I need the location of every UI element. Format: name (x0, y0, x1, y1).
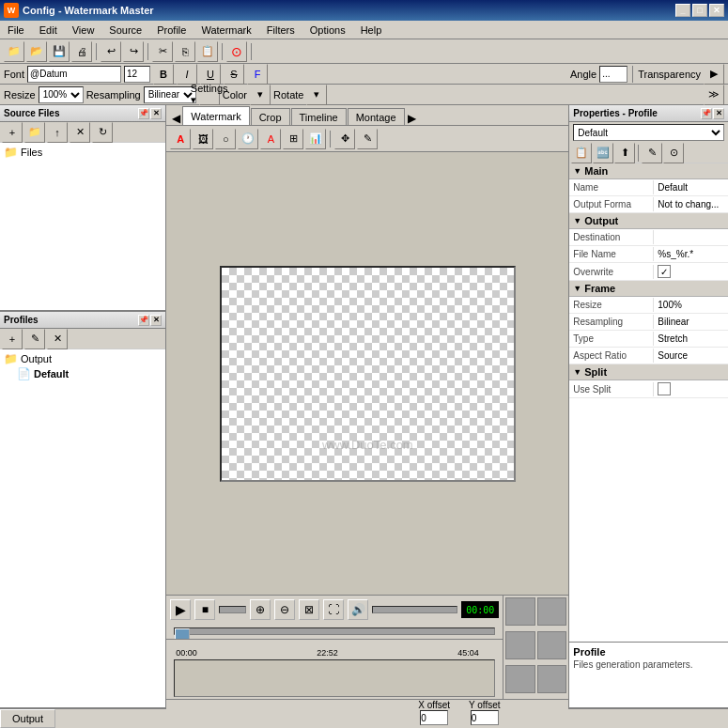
wm-circle-button[interactable]: ○ (215, 129, 236, 149)
font-color-button[interactable]: F (247, 64, 268, 85)
source-pin-button[interactable]: 📌 (138, 108, 149, 119)
tab-next-arrow[interactable]: ▶ (406, 112, 418, 125)
play-button[interactable]: ▶ (170, 599, 191, 620)
tb-paste[interactable]: 📋 (197, 41, 218, 62)
profiles-add-button[interactable]: + (2, 329, 23, 349)
profiles-edit-button[interactable]: ✎ (24, 329, 45, 349)
tb-save[interactable]: 💾 (49, 41, 70, 62)
timeline-scrubber[interactable] (174, 627, 495, 635)
bold-button[interactable]: B (153, 64, 174, 85)
source-folder-button[interactable]: 📁 (24, 122, 45, 143)
x-offset-input[interactable] (420, 710, 448, 725)
profile-output-item[interactable]: 📁 Output (2, 351, 163, 366)
tb-new[interactable]: 📁 (4, 41, 24, 62)
source-up-button[interactable]: ↑ (47, 122, 68, 143)
group-frame[interactable]: ▼ Frame (569, 281, 728, 297)
volume-slider[interactable] (372, 606, 457, 613)
tb-stop[interactable]: ⊙ (226, 41, 247, 62)
minimize-button[interactable]: _ (675, 4, 690, 17)
wm-redA-button[interactable]: A (260, 129, 281, 149)
tb-cut[interactable]: ✂ (152, 41, 173, 62)
tab-watermark[interactable]: Watermark (182, 106, 249, 125)
props-tb-3[interactable]: ⬆ (614, 143, 635, 163)
props-title: Properties - Profile (573, 108, 657, 118)
props-pin-button[interactable]: 📌 (701, 108, 712, 119)
overwrite-checkbox[interactable]: ✓ (658, 265, 671, 278)
close-button[interactable]: ✕ (709, 4, 724, 17)
output-tab[interactable]: Output (0, 709, 55, 728)
expand-right[interactable]: ≫ (704, 85, 724, 105)
zoom-out-button[interactable]: ⊖ (274, 599, 295, 620)
props-profile-select[interactable]: Default (573, 124, 724, 141)
tb-open[interactable]: 📂 (26, 41, 47, 62)
menu-edit[interactable]: Edit (32, 23, 65, 38)
source-add-button[interactable]: + (2, 122, 23, 143)
profiles-toolbar: + ✎ ✕ (0, 329, 165, 349)
transport-slider[interactable] (219, 606, 246, 613)
prop-use-split-value (654, 380, 728, 397)
font-size-input[interactable] (124, 66, 150, 83)
menu-profile[interactable]: Profile (149, 23, 194, 38)
menu-help[interactable]: Help (353, 23, 390, 38)
tb-redo[interactable]: ↪ (123, 41, 144, 62)
resize-select[interactable]: 100% 50% 200% (39, 86, 84, 103)
tab-prev-arrow[interactable]: ◀ (170, 112, 182, 125)
angle-input[interactable] (599, 66, 627, 83)
group-output[interactable]: ▼ Output (569, 213, 728, 229)
stop-button[interactable]: ■ (194, 599, 215, 620)
props-close-button[interactable]: ✕ (713, 108, 724, 119)
tab-montage[interactable]: Montage (348, 108, 405, 125)
menu-source[interactable]: Source (101, 23, 149, 38)
props-tb-2[interactable]: 🔤 (593, 143, 613, 163)
profiles-pin-button[interactable]: 📌 (138, 315, 149, 326)
y-offset-input[interactable] (471, 710, 499, 725)
maximize-button[interactable]: □ (692, 4, 707, 17)
menu-watermark[interactable]: Watermark (194, 23, 258, 38)
tb-copy[interactable]: ⎘ (175, 41, 195, 62)
wm-image-button[interactable]: 🖼 (193, 129, 213, 149)
props-tb-1[interactable]: 📋 (571, 143, 592, 163)
props-tb-5[interactable]: ⊙ (663, 143, 684, 163)
menu-view[interactable]: View (65, 23, 102, 38)
underline-button[interactable]: U (200, 64, 221, 85)
wm-clock-button[interactable]: 🕐 (238, 129, 258, 149)
source-close-button[interactable]: ✕ (150, 108, 162, 119)
menu-options[interactable]: Options (302, 23, 353, 38)
group-main[interactable]: ▼ Main (569, 163, 728, 179)
font-name-input[interactable] (27, 66, 121, 83)
fullscreen-button[interactable]: ⛶ (323, 599, 344, 620)
italic-button[interactable]: I (177, 64, 197, 85)
vol-button[interactable]: 🔊 (348, 599, 368, 620)
tb-print[interactable]: 🖨 (71, 41, 92, 62)
menu-filters[interactable]: Filters (259, 23, 302, 38)
profile-default-item[interactable]: 📄 Default (2, 366, 163, 381)
color-button[interactable]: ▾ (250, 85, 271, 105)
offset-area: X offset Y offset (166, 699, 568, 728)
use-split-checkbox[interactable] (658, 382, 671, 395)
wm-grid-button[interactable]: ⊞ (283, 129, 303, 149)
transparency-expand[interactable]: ▶ (704, 64, 724, 85)
rotate-label: Rotate (273, 89, 303, 101)
wm-move-button[interactable]: ✥ (334, 129, 355, 149)
strikethrough-button[interactable]: S (224, 64, 244, 85)
tab-crop[interactable]: Crop (251, 108, 290, 125)
profiles-close-button[interactable]: ✕ (150, 315, 162, 326)
wm-text-button[interactable]: A (170, 129, 191, 149)
left-panels: Source Files 📌 ✕ + 📁 ↑ ✕ ↻ 📁 Files (0, 105, 166, 707)
source-delete-button[interactable]: ✕ (70, 122, 90, 143)
group-split[interactable]: ▼ Split (569, 364, 728, 380)
tab-timeline[interactable]: Timeline (291, 108, 347, 125)
rotate-button[interactable]: ▾ (306, 85, 327, 105)
resampling-select[interactable]: Bilinear Bicubic (144, 86, 196, 103)
props-tb-4[interactable]: ✎ (642, 143, 662, 163)
menu-file[interactable]: File (0, 23, 32, 38)
settings-button[interactable]: Settings ▾ (199, 85, 220, 105)
tb-undo[interactable]: ↩ (101, 41, 121, 62)
wm-edit-button[interactable]: ✎ (357, 129, 378, 149)
wm-graph-button[interactable]: 📊 (305, 129, 326, 149)
zoom-in-button[interactable]: ⊕ (250, 599, 271, 620)
tree-files-item[interactable]: 📁 Files (2, 145, 163, 160)
source-refresh-button[interactable]: ↻ (92, 122, 113, 143)
profiles-delete-button[interactable]: ✕ (47, 329, 68, 349)
fit-button[interactable]: ⊠ (299, 599, 319, 620)
